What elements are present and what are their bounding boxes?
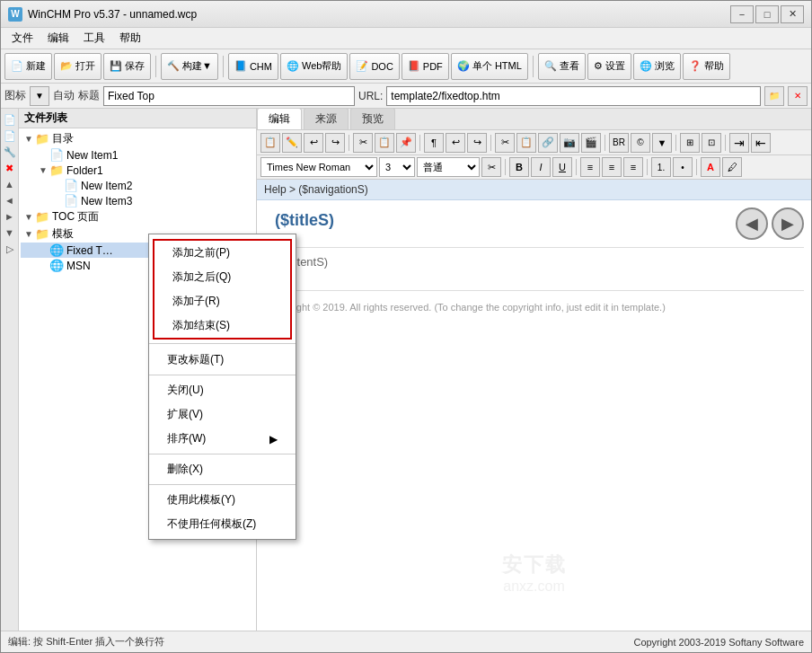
menu-help[interactable]: 帮助 <box>112 29 148 48</box>
sidebar-icon-5[interactable]: ▲ <box>3 177 17 191</box>
tree-item-newitem3[interactable]: 📄 New Item3 <box>21 193 254 208</box>
help-button[interactable]: ❓ 帮助 <box>683 53 730 80</box>
chm-button[interactable]: 📘 CHM <box>228 53 278 80</box>
sidebar-icon-3[interactable]: 🔧 <box>3 145 17 159</box>
ed-btn-table[interactable]: ⊞ <box>680 133 700 153</box>
nav-next-btn[interactable]: ▶ <box>772 207 804 240</box>
maximize-button[interactable]: □ <box>755 5 779 23</box>
context-menu-group: 添加之前(P) 添加之后(Q) 添加子(R) 添加结束(S) <box>153 239 292 340</box>
ed-btn-alignleft[interactable]: ≡ <box>580 157 600 177</box>
ed-btn-alignright[interactable]: ≡ <box>623 157 643 177</box>
ed-btn-br[interactable]: BR <box>609 133 629 153</box>
ed-btn-copy3[interactable]: © <box>631 133 650 153</box>
sidebar-icon-8[interactable]: ▼ <box>3 225 17 240</box>
style-select[interactable]: 普通 <box>417 157 480 177</box>
pdf-button[interactable]: 📕 PDF <box>402 53 449 80</box>
open-icon: 📂 <box>60 60 73 72</box>
ed-btn-clipboard[interactable]: 📋 <box>260 133 280 153</box>
ed-btn-italic[interactable]: I <box>531 157 551 177</box>
ed-btn-redo2[interactable]: ↪ <box>467 133 487 153</box>
url-clear-btn[interactable]: ✕ <box>788 86 808 106</box>
nav-prev-btn[interactable]: ◀ <box>736 207 768 240</box>
ed-btn-para[interactable]: ¶ <box>424 133 444 153</box>
tree-item-newitem2[interactable]: 📄 New Item2 <box>21 178 254 193</box>
url-input[interactable] <box>386 86 761 106</box>
ed-btn-undo[interactable]: ↩ <box>304 133 323 153</box>
sidebar-icon-2[interactable]: 📄 <box>3 128 17 143</box>
new-button[interactable]: 📄 新建 <box>4 53 52 80</box>
chm-icon: 📘 <box>234 60 247 72</box>
sidebar-icon-6[interactable]: ◄ <box>3 193 17 207</box>
tab-preview[interactable]: 预览 <box>350 109 395 129</box>
build-icon: 🔨 <box>167 60 180 72</box>
tab-source[interactable]: 来源 <box>304 109 349 129</box>
tree-item-tocpage[interactable]: ▼ 📁 TOC 页面 <box>21 208 254 225</box>
browse-button[interactable]: 🌐 浏览 <box>633 53 681 80</box>
minimize-button[interactable]: − <box>730 5 754 23</box>
title-input[interactable] <box>103 86 355 106</box>
size-select[interactable]: 3 <box>379 157 415 177</box>
sidebar-icon-9[interactable]: ▷ <box>3 242 17 256</box>
ctx-expand[interactable]: 扩展(V) <box>149 402 296 427</box>
view-button[interactable]: 🔍 查看 <box>538 53 586 80</box>
icon-dropdown[interactable]: ▼ <box>30 86 49 106</box>
open-button[interactable]: 📂 打开 <box>54 53 102 80</box>
ctx-add-after[interactable]: 添加之后(Q) <box>154 265 290 289</box>
font-select[interactable]: Times New Roman <box>260 157 377 177</box>
ed-btn-outdent[interactable]: ⇤ <box>751 133 771 153</box>
menu-tools[interactable]: 工具 <box>76 29 112 48</box>
sidebar-icon-1[interactable]: 📄 <box>3 112 17 127</box>
ctx-add-child[interactable]: 添加子(R) <box>154 289 290 313</box>
ctx-no-template[interactable]: 不使用任何模板(Z) <box>149 512 296 536</box>
ed-btn-edit[interactable]: ✏️ <box>282 133 302 153</box>
web-icon-2: 🌐 <box>49 259 64 272</box>
ed-btn-image[interactable]: 📷 <box>560 133 579 153</box>
tab-edit[interactable]: 编辑 <box>257 109 302 129</box>
doc-button[interactable]: 📝 DOC <box>349 53 399 80</box>
save-button[interactable]: 💾 保存 <box>103 53 151 80</box>
ctx-sort[interactable]: 排序(W) ▶ <box>149 427 296 451</box>
editor-title: ($titleS) <box>264 204 736 237</box>
ed-btn-copy2[interactable]: 📋 <box>516 133 536 153</box>
ctx-delete[interactable]: 删除(X) <box>149 457 296 481</box>
ed-btn-fontcolor[interactable]: A <box>701 157 720 177</box>
ctx-rename[interactable]: 更改标题(T) <box>149 348 296 372</box>
ed-btn-copy[interactable]: 📋 <box>375 133 394 153</box>
ctx-use-template[interactable]: 使用此模板(Y) <box>149 488 296 512</box>
ed-btn-cut2[interactable]: ✂ <box>495 133 515 153</box>
ed-btn-indent[interactable]: ⇥ <box>729 133 749 153</box>
tree-item-catalog[interactable]: ▼ 📁 目录 <box>21 130 254 147</box>
tree-item-newitem1[interactable]: 📄 New Item1 <box>21 147 254 163</box>
ed-btn-bold[interactable]: B <box>509 157 529 177</box>
tree-item-folder1[interactable]: ▼ 📁 Folder1 <box>21 163 254 178</box>
menu-edit[interactable]: 编辑 <box>40 29 76 48</box>
build-button[interactable]: 🔨 构建▼ <box>161 53 218 80</box>
ed-btn-paste[interactable]: 📌 <box>396 133 416 153</box>
menu-file[interactable]: 文件 <box>4 29 40 48</box>
settings-button[interactable]: ⚙ 设置 <box>587 53 631 80</box>
editor-content: Help > ($navigationS) ($titleS) ◀ ▶ ($co… <box>257 180 811 631</box>
doc-icon: 📝 <box>356 60 368 72</box>
singlehtml-button[interactable]: 🌍 单个 HTML <box>451 53 528 80</box>
sidebar-icon-4[interactable]: ✖ <box>3 161 17 175</box>
sidebar-icon-7[interactable]: ► <box>3 209 17 224</box>
ed-btn-undo2[interactable]: ↩ <box>446 133 465 153</box>
ed-btn-redo[interactable]: ↪ <box>325 133 345 153</box>
ed-btn-ol[interactable]: 1. <box>651 157 671 177</box>
ed-btn-media[interactable]: 🎬 <box>581 133 601 153</box>
ed-btn-link[interactable]: 🔗 <box>538 133 558 153</box>
ctx-add-before[interactable]: 添加之前(P) <box>154 241 290 265</box>
ed-btn-ul[interactable]: • <box>673 157 693 177</box>
ed-btn-underline[interactable]: U <box>552 157 572 177</box>
ed-btn-scissors[interactable]: ✂ <box>481 157 501 177</box>
ed-btn-aligncenter[interactable]: ≡ <box>602 157 622 177</box>
ed-btn-more[interactable]: ⊡ <box>702 133 721 153</box>
ctx-close[interactable]: 关闭(U) <box>149 378 296 402</box>
ed-btn-dropdown[interactable]: ▼ <box>652 133 672 153</box>
ed-btn-highlight[interactable]: 🖊 <box>722 157 742 177</box>
webhelp-button[interactable]: 🌐 Web帮助 <box>280 53 348 80</box>
ed-btn-cut[interactable]: ✂ <box>353 133 373 153</box>
url-browse-btn[interactable]: 📁 <box>764 86 784 106</box>
ctx-add-end[interactable]: 添加结束(S) <box>154 313 290 338</box>
close-button[interactable]: ✕ <box>781 5 804 23</box>
